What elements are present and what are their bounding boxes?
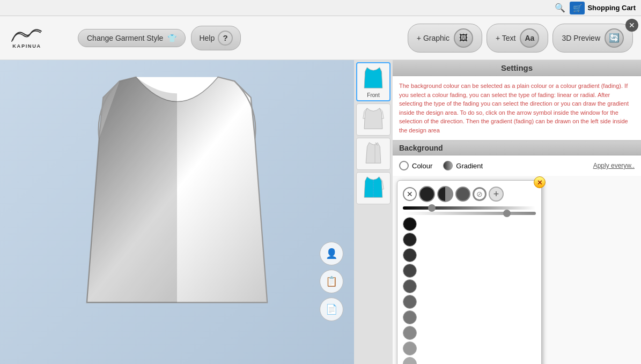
grey-swatch-4[interactable] — [403, 264, 417, 278]
change-garment-label: Change Garment Style — [87, 34, 163, 42]
settings-title: Settings — [501, 63, 533, 72]
swatch-row: ✕ ⊘ + — [403, 186, 504, 202]
logo: KAPINUA — [8, 24, 62, 53]
grey-swatch-1[interactable] — [403, 217, 417, 231]
shopping-cart-button[interactable]: 🛒 Shopping Cart — [570, 2, 636, 14]
gradient-radio[interactable]: Gradient — [443, 161, 483, 170]
help-button[interactable]: Help ? — [191, 26, 241, 50]
grey-swatch-5[interactable] — [403, 279, 417, 293]
dark-swatch[interactable] — [455, 187, 470, 202]
garment-preview — [48, 73, 306, 352]
gradient-radio-circle — [443, 161, 453, 170]
toolbar-right: + Graphic 🖼 + Text Aa 3D Preview 🔄 — [408, 24, 633, 53]
toolbar: KAPINUA Change Garment Style 👕 Help ? + … — [0, 16, 641, 60]
thumb-side2[interactable] — [356, 172, 391, 204]
swatch-with-close — [455, 187, 470, 202]
text-label: + Text — [496, 34, 516, 42]
copy-icon-button[interactable]: 📋 — [320, 270, 343, 293]
opacity-slider[interactable] — [403, 212, 536, 215]
bottom-icons: 👤 📋 📄 — [320, 242, 343, 321]
text-button[interactable]: + Text Aa — [487, 24, 549, 53]
grey-swatch-2[interactable] — [403, 233, 417, 247]
3d-icon: 🔄 — [605, 28, 624, 48]
thumb-front-label: Front — [367, 92, 379, 98]
background-header: Background — [393, 140, 641, 155]
3d-preview-button[interactable]: 3D Preview 🔄 — [552, 24, 633, 53]
grey-swatch-3[interactable] — [403, 248, 417, 262]
svg-text:KAPINUA: KAPINUA — [12, 43, 41, 49]
apply-everywhere-link[interactable]: Apply everyw.. — [593, 162, 635, 169]
grey-swatch-8[interactable] — [403, 326, 417, 340]
color-picker-popup: ✕ ✕ ⊘ + — [397, 180, 542, 364]
main-container: KAPINUA Change Garment Style 👕 Help ? + … — [0, 16, 641, 364]
half-swatch[interactable] — [437, 186, 453, 202]
document-icon-button[interactable]: 📄 — [320, 298, 343, 321]
top-bar: 🔍 🛒 Shopping Cart — [0, 0, 641, 16]
content-area: 👤 📋 📄 Front — [0, 60, 641, 364]
change-garment-button[interactable]: Change Garment Style 👕 — [78, 29, 186, 47]
cart-icon: 🛒 — [570, 2, 585, 14]
settings-header: Settings — [393, 60, 641, 76]
3d-label: 3D Preview — [562, 34, 600, 42]
garment-icon: 👕 — [167, 34, 176, 42]
colour-radio[interactable]: Colour — [399, 161, 432, 170]
person-icon-button[interactable]: 👤 — [320, 242, 343, 265]
right-panel: Front — [354, 60, 641, 364]
close-button[interactable]: ✕ — [625, 19, 638, 32]
grey-swatch-7[interactable] — [403, 310, 417, 324]
gradient-label: Gradient — [456, 162, 483, 170]
search-icon[interactable]: 🔍 — [555, 3, 565, 13]
text-icon: Aa — [520, 28, 539, 48]
help-label: Help — [199, 34, 215, 42]
grey-swatches — [403, 217, 536, 364]
settings-panel: Settings The background colour can be se… — [393, 60, 641, 364]
black-swatch[interactable] — [419, 186, 435, 202]
graphic-button[interactable]: + Graphic 🖼 — [408, 24, 482, 53]
thumb-front[interactable]: Front — [356, 62, 391, 101]
no-entry-icon: ⊘ — [473, 187, 487, 201]
settings-desc-text: The background colour can be selected as… — [399, 83, 629, 133]
opacity-slider-row — [403, 212, 536, 215]
grey-swatch-6[interactable] — [403, 295, 417, 309]
question-icon: ? — [218, 31, 233, 46]
background-title: Background — [399, 144, 443, 152]
colour-radio-circle — [399, 161, 409, 170]
thumbnail-strip: Front — [354, 60, 393, 364]
grey-swatch-10[interactable] — [403, 357, 417, 364]
thumb-side1[interactable] — [356, 138, 391, 170]
graphic-icon: 🖼 — [454, 28, 473, 48]
canvas-area: 👤 📋 📄 — [0, 60, 354, 364]
popup-close-button[interactable]: ✕ — [534, 176, 546, 188]
settings-description: The background colour can be selected as… — [393, 76, 641, 140]
background-options: Colour Gradient Apply everyw.. — [393, 155, 641, 176]
thumb-back[interactable] — [356, 103, 391, 136]
search-area: 🔍 — [555, 3, 565, 13]
remove-color-button[interactable]: ✕ — [403, 187, 417, 201]
cart-label: Shopping Cart — [587, 4, 636, 12]
colour-label: Colour — [412, 162, 432, 170]
color-picker-top: ✕ ⊘ + — [403, 186, 536, 202]
add-color-button[interactable]: + — [489, 187, 504, 202]
graphic-label: + Graphic — [417, 34, 450, 42]
grey-swatch-9[interactable] — [403, 341, 417, 355]
